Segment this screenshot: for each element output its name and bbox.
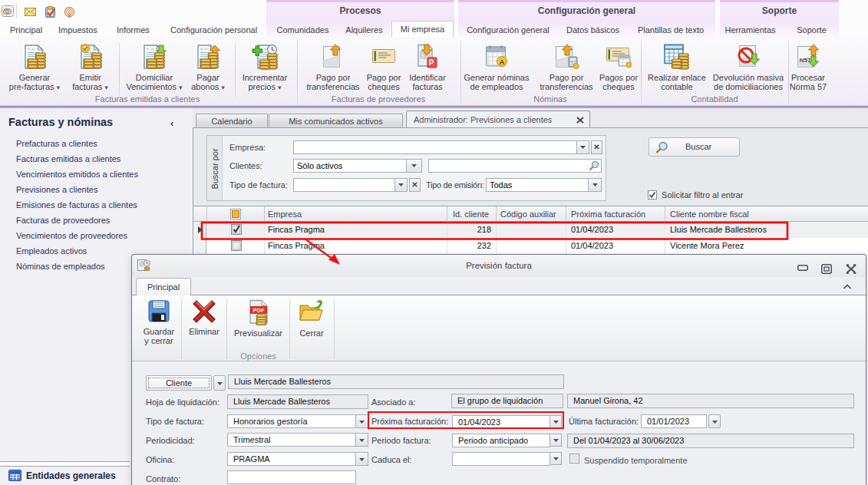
svg-text:A: A: [500, 58, 505, 66]
svg-text:PDF: PDF: [252, 307, 264, 314]
